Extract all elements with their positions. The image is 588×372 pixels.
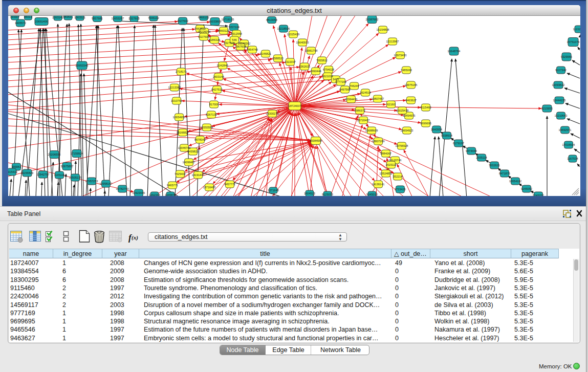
svg-text:817006: 817006 (209, 103, 219, 106)
svg-text:983531: 983531 (63, 16, 73, 18)
svg-text:1615112: 1615112 (385, 163, 396, 166)
svg-text:3915413: 3915413 (8, 170, 17, 173)
svg-text:62160: 62160 (387, 103, 395, 106)
svg-text:1604523: 1604523 (304, 192, 315, 195)
svg-text:30975887: 30975887 (61, 165, 74, 168)
svg-text:7955812: 7955812 (316, 59, 328, 62)
svg-text:12213967: 12213967 (386, 40, 399, 43)
svg-text:9777169: 9777169 (335, 80, 346, 83)
svg-text:8813054: 8813054 (266, 18, 277, 21)
svg-text:10046786: 10046786 (178, 146, 191, 149)
svg-text:17016504: 17016504 (562, 143, 575, 146)
svg-text:26387682: 26387682 (366, 18, 379, 21)
svg-text:16640910: 16640910 (296, 41, 309, 44)
svg-text:10719135: 10719135 (222, 18, 234, 21)
svg-text:1063521: 1063521 (74, 16, 85, 19)
svg-text:16648784: 16648784 (448, 50, 461, 53)
svg-text:12093822: 12093822 (552, 83, 565, 86)
svg-text:1733426: 1733426 (395, 188, 406, 191)
svg-text:1145119: 1145119 (54, 173, 65, 177)
svg-text:9245013: 9245013 (366, 193, 378, 196)
svg-text:7632621: 7632621 (489, 164, 500, 167)
svg-text:6466102: 6466102 (198, 16, 209, 19)
svg-text:9227342: 9227342 (555, 69, 567, 72)
svg-text:2718170: 2718170 (176, 70, 187, 73)
svg-text:10654112: 10654112 (509, 180, 521, 183)
svg-text:15226058: 15226058 (198, 30, 211, 33)
svg-text:1640954: 1640954 (431, 128, 442, 131)
svg-text:15751074: 15751074 (567, 40, 580, 43)
svg-text:9242845: 9242845 (217, 64, 228, 67)
svg-text:10973493: 10973493 (394, 54, 407, 57)
svg-text:1362615: 1362615 (299, 65, 310, 68)
svg-text:16154808: 16154808 (377, 28, 389, 31)
svg-text:10653267: 10653267 (112, 17, 124, 20)
svg-text:1167534: 1167534 (567, 157, 578, 160)
svg-text:1327605: 1327605 (128, 17, 140, 20)
svg-text:9125033: 9125033 (322, 193, 333, 196)
svg-text:9245052: 9245052 (521, 187, 532, 190)
svg-text:9837981: 9837981 (92, 17, 103, 20)
svg-text:1292344: 1292344 (149, 193, 160, 196)
svg-text:(x): (x) (132, 234, 138, 241)
svg-text:7485063: 7485063 (401, 69, 412, 72)
svg-text:9245052: 9245052 (533, 194, 544, 196)
svg-text:20953346: 20953346 (76, 64, 89, 67)
svg-text:1405572: 1405572 (15, 21, 26, 25)
svg-text:193307: 193307 (10, 16, 20, 18)
svg-text:7986372: 7986372 (354, 109, 365, 112)
svg-text:5938914: 5938914 (441, 134, 452, 137)
svg-text:2935114: 2935114 (476, 156, 487, 159)
svg-text:15720407: 15720407 (357, 119, 370, 122)
svg-text:7646102: 7646102 (148, 16, 159, 19)
svg-text:8267130: 8267130 (206, 113, 217, 116)
svg-text:8215955: 8215955 (541, 107, 553, 110)
svg-text:13454975: 13454975 (403, 114, 416, 117)
svg-text:8186328: 8186328 (209, 38, 220, 41)
svg-text:399061: 399061 (12, 165, 21, 168)
svg-text:746246: 746246 (350, 84, 359, 87)
svg-text:14099487: 14099487 (183, 161, 195, 164)
svg-text:20364436: 20364436 (345, 98, 358, 101)
svg-text:7625402: 7625402 (175, 172, 186, 176)
svg-text:9329966: 9329966 (561, 55, 572, 58)
svg-text:11325419: 11325419 (287, 33, 299, 36)
svg-text:13353594: 13353594 (201, 126, 213, 129)
svg-text:6497568: 6497568 (339, 88, 351, 91)
svg-text:10025438: 10025438 (396, 109, 409, 112)
svg-text:9884067: 9884067 (380, 152, 391, 155)
svg-text:16210643: 16210643 (555, 114, 568, 117)
svg-text:18724007: 18724007 (289, 104, 301, 107)
svg-text:12213363: 12213363 (168, 86, 181, 89)
svg-text:9465771: 9465771 (167, 184, 178, 187)
svg-text:8678342: 8678342 (194, 138, 206, 141)
svg-text:8471876: 8471876 (499, 172, 510, 175)
svg-text:9327505: 9327505 (224, 41, 235, 45)
svg-text:14191447: 14191447 (192, 173, 205, 177)
svg-text:6794028: 6794028 (323, 68, 334, 71)
svg-text:8427512: 8427512 (211, 88, 223, 91)
svg-text:13716485: 13716485 (203, 186, 216, 189)
svg-text:10807457: 10807457 (372, 97, 384, 100)
svg-text:10958167: 10958167 (100, 182, 113, 185)
svg-text:11156829: 11156829 (21, 171, 33, 174)
svg-text:20691406: 20691406 (35, 20, 48, 23)
svg-text:1371648: 1371648 (268, 189, 279, 192)
svg-text:16961758: 16961758 (305, 49, 318, 52)
svg-text:14136141: 14136141 (372, 183, 385, 186)
svg-text:1322037: 1322037 (285, 60, 296, 63)
svg-text:17159924: 17159924 (71, 152, 83, 155)
svg-text:1990444: 1990444 (310, 70, 321, 73)
svg-text:6179197: 6179197 (453, 142, 464, 145)
svg-text:1045876: 1045876 (165, 193, 176, 196)
svg-text:10688609: 10688609 (365, 129, 378, 132)
svg-text:1327602: 1327602 (177, 19, 188, 23)
svg-text:7357224: 7357224 (228, 26, 239, 29)
svg-text:19756928: 19756928 (396, 144, 408, 147)
svg-text:95013: 95013 (24, 16, 32, 18)
svg-text:15300273: 15300273 (266, 112, 279, 115)
svg-text:352214: 352214 (393, 175, 403, 178)
svg-text:9439822: 9439822 (187, 150, 199, 153)
svg-text:12942797: 12942797 (37, 173, 50, 176)
svg-text:12923446: 12923446 (133, 191, 145, 194)
